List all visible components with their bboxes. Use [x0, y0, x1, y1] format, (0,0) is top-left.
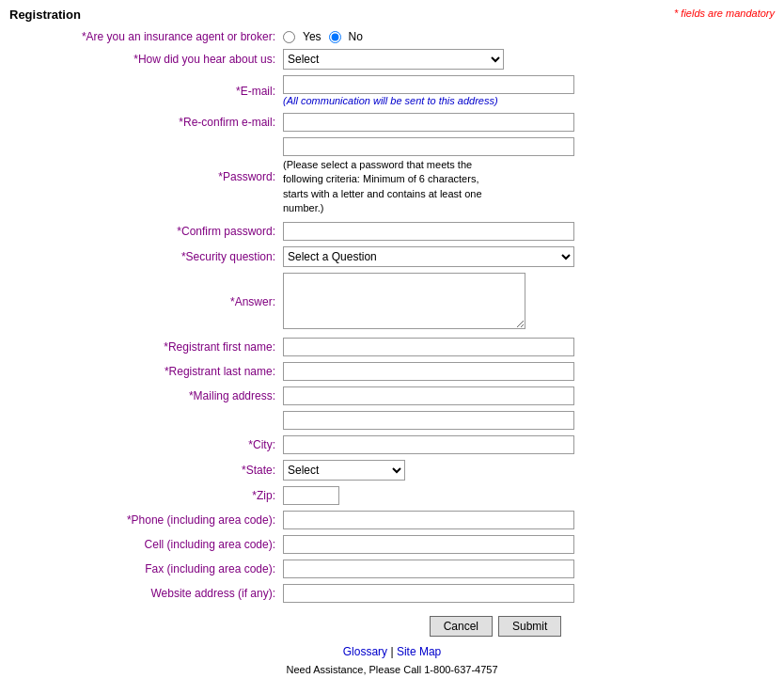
footer-links: Glossary | Site Map: [9, 645, 775, 658]
website-input[interactable]: [283, 584, 574, 603]
form-buttons: Cancel Submit: [283, 616, 708, 637]
how-heard-input-cell: Select: [279, 46, 712, 72]
email-row: *E-mail: (All communication will be sent…: [72, 72, 712, 110]
password-input[interactable]: [283, 137, 574, 156]
city-input-cell: [279, 433, 712, 457]
confirm-password-input-cell: [279, 219, 712, 244]
city-input[interactable]: [283, 435, 574, 454]
security-question-label: *Security question:: [72, 244, 279, 270]
glossary-link[interactable]: Glossary: [343, 645, 387, 658]
password-label: *Password:: [72, 134, 279, 219]
last-name-input-cell: [279, 359, 712, 384]
reconfirm-email-input-cell: [279, 110, 712, 134]
last-name-row: *Registrant last name:: [72, 359, 712, 384]
mailing-address-input[interactable]: [283, 386, 574, 405]
state-label: *State:: [72, 457, 279, 483]
agent-no-label: No: [349, 30, 363, 43]
mailing-address2-input[interactable]: [283, 411, 574, 430]
security-question-input-cell: Select a Question: [279, 244, 712, 270]
last-name-input[interactable]: [283, 362, 574, 381]
security-question-select[interactable]: Select a Question: [283, 246, 574, 267]
cell-label: Cell (including area code):: [72, 532, 279, 557]
page-title: Registration: [9, 8, 81, 22]
password-row: *Password: (Please select a password tha…: [72, 134, 712, 219]
answer-label: *Answer:: [72, 270, 279, 335]
cancel-button[interactable]: Cancel: [430, 616, 493, 637]
agent-row: *Are you an insurance agent or broker: Y…: [72, 27, 712, 46]
mailing-address2-input-cell: [279, 408, 712, 433]
phone-input[interactable]: [283, 511, 574, 529]
first-name-row: *Registrant first name:: [72, 335, 712, 359]
first-name-input-cell: [279, 335, 712, 359]
zip-input-cell: [279, 483, 712, 508]
agent-yes-radio[interactable]: [283, 31, 295, 43]
answer-input-cell: [279, 270, 712, 335]
cell-input[interactable]: [283, 535, 574, 554]
reconfirm-email-row: *Re-confirm e-mail:: [72, 110, 712, 134]
submit-button[interactable]: Submit: [498, 616, 561, 637]
agent-radio-group: Yes No: [283, 30, 708, 43]
mailing-address2-row: [72, 408, 712, 433]
answer-textarea[interactable]: [283, 273, 525, 329]
how-heard-select[interactable]: Select: [283, 49, 504, 70]
mailing-address2-empty-label: [72, 408, 279, 433]
zip-input[interactable]: [283, 486, 339, 505]
sitemap-link[interactable]: Site Map: [397, 645, 441, 658]
confirm-password-input[interactable]: [283, 222, 574, 241]
footer-text: Need Assistance, Please Call 1-800-637-4…: [9, 662, 775, 678]
city-label: *City:: [72, 433, 279, 457]
last-name-label: *Registrant last name:: [72, 359, 279, 384]
confirm-password-row: *Confirm password:: [72, 219, 712, 244]
how-heard-row: *How did you hear about us: Select: [72, 46, 712, 72]
website-row: Website address (if any):: [72, 581, 712, 606]
state-input-cell: Select AL AK AZ CA CO CT FL NY TX: [279, 457, 712, 483]
email-label: *E-mail:: [72, 72, 279, 110]
agent-label: *Are you an insurance agent or broker:: [72, 27, 279, 46]
state-row: *State: Select AL AK AZ CA CO CT FL NY T…: [72, 457, 712, 483]
button-cell: Cancel Submit: [279, 606, 712, 639]
phone-input-cell: [279, 508, 712, 532]
website-input-cell: [279, 581, 712, 606]
button-row: Cancel Submit: [72, 606, 712, 639]
reconfirm-email-input[interactable]: [283, 113, 574, 132]
zip-label: *Zip:: [72, 483, 279, 508]
city-row: *City:: [72, 433, 712, 457]
email-input[interactable]: [283, 75, 574, 94]
agent-no-radio[interactable]: [329, 31, 341, 43]
phone-label: *Phone (including area code):: [72, 508, 279, 532]
fax-label: Fax (including area code):: [72, 557, 279, 581]
security-question-row: *Security question: Select a Question: [72, 244, 712, 270]
email-helper: (All communication will be sent to this …: [283, 95, 498, 106]
mailing-address-row: *Mailing address:: [72, 384, 712, 408]
confirm-password-label: *Confirm password:: [72, 219, 279, 244]
state-select[interactable]: Select AL AK AZ CA CO CT FL NY TX: [283, 460, 405, 481]
answer-row: *Answer:: [72, 270, 712, 335]
mandatory-note: * fields are mandatory: [674, 8, 775, 19]
mailing-address-label: *Mailing address:: [72, 384, 279, 408]
password-hint: (Please select a password that meets the…: [283, 156, 490, 216]
email-input-cell: (All communication will be sent to this …: [279, 72, 712, 110]
registration-form: *Are you an insurance agent or broker: Y…: [72, 27, 712, 639]
fax-row: Fax (including area code):: [72, 557, 712, 581]
footer-line1: Need Assistance, Please Call 1-800-637-4…: [9, 662, 775, 678]
reconfirm-email-label: *Re-confirm e-mail:: [72, 110, 279, 134]
zip-row: *Zip:: [72, 483, 712, 508]
how-heard-label: *How did you hear about us:: [72, 46, 279, 72]
agent-yes-label: Yes: [303, 30, 321, 43]
website-label: Website address (if any):: [72, 581, 279, 606]
agent-input-cell: Yes No: [279, 27, 712, 46]
fax-input[interactable]: [283, 560, 574, 578]
phone-row: *Phone (including area code):: [72, 508, 712, 532]
fax-input-cell: [279, 557, 712, 581]
password-input-cell: (Please select a password that meets the…: [279, 134, 712, 219]
first-name-input[interactable]: [283, 338, 574, 356]
first-name-label: *Registrant first name:: [72, 335, 279, 359]
mailing-address-input-cell: [279, 384, 712, 408]
cell-input-cell: [279, 532, 712, 557]
cell-row: Cell (including area code):: [72, 532, 712, 557]
